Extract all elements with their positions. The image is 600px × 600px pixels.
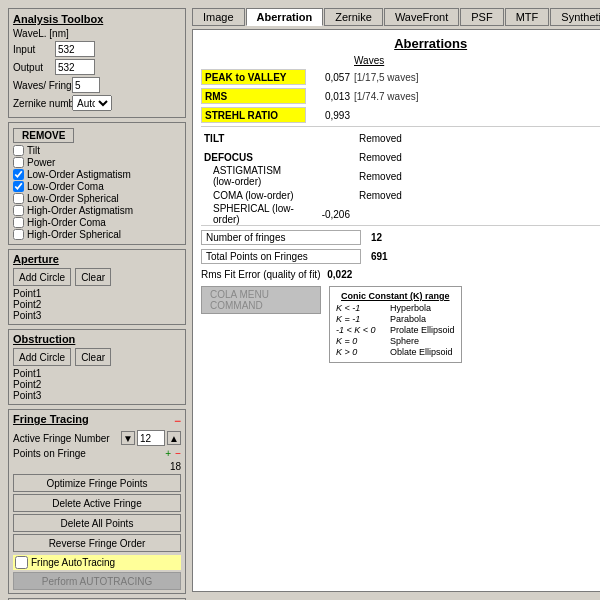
fringe-tracing-title: Fringe Tracing: [13, 413, 89, 425]
fringe-tracing-minus-icon[interactable]: −: [174, 414, 181, 428]
aberrations-title: Aberrations: [201, 36, 600, 51]
rms-label: RMS: [201, 88, 306, 104]
tab-image[interactable]: Image: [192, 8, 245, 26]
list-item: K < -1 Hyperbola: [336, 303, 455, 313]
rms-val: 0,013: [306, 91, 354, 102]
high-sph-label: High-Order Spherical: [27, 229, 121, 240]
tilt-removed: Removed: [354, 133, 590, 144]
low-astig-label: Low-Order Astigmatism: [27, 169, 131, 180]
table-row: ASTIGMATISM (low-order) Removed: [201, 168, 600, 184]
coma-removed: Removed: [354, 190, 590, 201]
points-minus-icon[interactable]: −: [175, 448, 181, 459]
tab-psf[interactable]: PSF: [460, 8, 503, 26]
input-label: Input: [13, 44, 51, 55]
obstruction-clear-button[interactable]: Clear: [75, 348, 111, 366]
spherical-label: SPHERICAL (low-order): [201, 206, 306, 222]
power-checkbox[interactable]: [13, 157, 24, 168]
conic-desc-5: Oblate Ellipsoid: [390, 347, 453, 357]
table-row: COMA (low-order) Removed: [201, 187, 600, 203]
low-astig-checkbox[interactable]: [13, 169, 24, 180]
aperture-clear-button[interactable]: Clear: [75, 268, 111, 286]
list-item: -1 < K < 0 Prolate Ellipsoid: [336, 325, 455, 335]
low-sph-label: Low-Order Spherical: [27, 193, 119, 204]
tilt-ab-label: TILT: [201, 130, 306, 146]
col-waves-header: Waves: [354, 55, 590, 66]
conic-k-5: K > 0: [336, 347, 386, 357]
conic-k-3: -1 < K < 0: [336, 325, 386, 335]
table-row: RMS 0,013 [1/74.7 waves] 7,1 nm.: [201, 88, 600, 104]
list-item: K > 0 Oblate Ellipsoid: [336, 347, 455, 357]
rms-fit-val: 0,022: [327, 269, 352, 280]
list-item: K = -1 Parabola: [336, 314, 455, 324]
conic-k-2: K = -1: [336, 314, 386, 324]
zernike-select[interactable]: Auto: [72, 95, 112, 111]
col-nanometers-header: NanoMeters: [590, 55, 600, 66]
rms-fit-row: Rms Fit Error (quality of fit) 0,022: [201, 269, 600, 280]
points-on-fringe-val: 18: [13, 461, 181, 472]
table-row: DEFOCUS Removed: [201, 149, 600, 165]
strehl-val: 0,993: [306, 110, 354, 121]
rms-fit-label: Rms Fit Error (quality of fit): [201, 269, 320, 280]
obs-point2: Point2: [13, 379, 181, 390]
active-fringe-minus-button[interactable]: ▼: [121, 431, 135, 445]
power-label: Power: [27, 157, 55, 168]
tab-mtf[interactable]: MTF: [505, 8, 550, 26]
reverse-fringe-button[interactable]: Reverse Fringe Order: [13, 534, 181, 552]
num-fringes-label: Number of fringes: [201, 230, 361, 245]
tilt-checkbox[interactable]: [13, 145, 24, 156]
analysis-toolbox-title: Analysis Toolbox: [13, 13, 181, 25]
tilt-label: Tilt: [27, 145, 40, 156]
rms-nm: 7,1 nm.: [590, 91, 600, 102]
cola-menu-command[interactable]: COLA MENU COMMAND: [201, 286, 321, 314]
tab-wavefront[interactable]: WaveFront: [384, 8, 459, 26]
list-item: K = 0 Sphere: [336, 336, 455, 346]
spherical-val: -0,206: [306, 209, 354, 220]
optimize-fringe-button[interactable]: Optimize Fringe Points: [13, 474, 181, 492]
fringe-autotracing-checkbox[interactable]: [15, 556, 28, 569]
high-astig-label: High-Order Astigmatism: [27, 205, 133, 216]
defocus-removed: Removed: [354, 152, 590, 163]
obs-point3: Point3: [13, 390, 181, 401]
output-field[interactable]: [55, 59, 95, 75]
conic-k-4: K = 0: [336, 336, 386, 346]
high-sph-checkbox[interactable]: [13, 229, 24, 240]
strehl-label: STREHL RATIO: [201, 107, 306, 123]
aperture-point2: Point2: [13, 299, 181, 310]
high-astig-checkbox[interactable]: [13, 205, 24, 216]
low-sph-checkbox[interactable]: [13, 193, 24, 204]
peak-valley-nm: 30,4 nm.: [590, 72, 600, 83]
aperture-add-circle-button[interactable]: Add Circle: [13, 268, 71, 286]
rms-bracket: [1/74.7 waves]: [354, 91, 590, 102]
delete-all-points-button[interactable]: Delete All Points: [13, 514, 181, 532]
fringe-autotracing-label: Fringe AutoTracing: [31, 557, 115, 568]
defocus-label: DEFOCUS: [201, 149, 306, 165]
peak-valley-bracket: [1/17,5 waves]: [354, 72, 590, 83]
active-fringe-input[interactable]: [137, 430, 165, 446]
high-coma-label: High-Order Coma: [27, 217, 106, 228]
obstruction-add-circle-button[interactable]: Add Circle: [13, 348, 71, 366]
conic-desc-3: Prolate Ellipsoid: [390, 325, 455, 335]
table-row: SPHERICAL (low-order) -0,206 -109,3 nm.: [201, 206, 600, 222]
input-field[interactable]: [55, 41, 95, 57]
low-coma-checkbox[interactable]: [13, 181, 24, 192]
high-coma-checkbox[interactable]: [13, 217, 24, 228]
total-points-label: Total Points on Fringes: [201, 249, 361, 264]
tab-synthetic[interactable]: Synthetic: [550, 8, 600, 26]
waves-fringe-field[interactable]: [72, 77, 100, 93]
points-plus-icon[interactable]: +: [165, 448, 171, 459]
table-row: STREHL RATIO 0,993: [201, 107, 600, 123]
wavelength-label: WaveL. [nm]: [13, 28, 68, 39]
low-coma-label: Low-Order Coma: [27, 181, 104, 192]
remove-button[interactable]: REMOVE: [13, 128, 74, 143]
tab-zernike[interactable]: Zernike: [324, 8, 383, 26]
peak-valley-label: PEAK to VALLEY: [201, 69, 306, 85]
conic-desc-4: Sphere: [390, 336, 419, 346]
aperture-point1: Point1: [13, 288, 181, 299]
perform-autotracing-button[interactable]: Perform AUTOTRACING: [13, 572, 181, 590]
spherical-nm: -109,3 nm.: [590, 209, 600, 220]
delete-active-fringe-button[interactable]: Delete Active Fringe: [13, 494, 181, 512]
active-fringe-plus-button[interactable]: ▲: [167, 431, 181, 445]
peak-valley-val: 0,057: [306, 72, 354, 83]
aperture-point3: Point3: [13, 310, 181, 321]
tab-aberration[interactable]: Aberration: [246, 8, 324, 26]
